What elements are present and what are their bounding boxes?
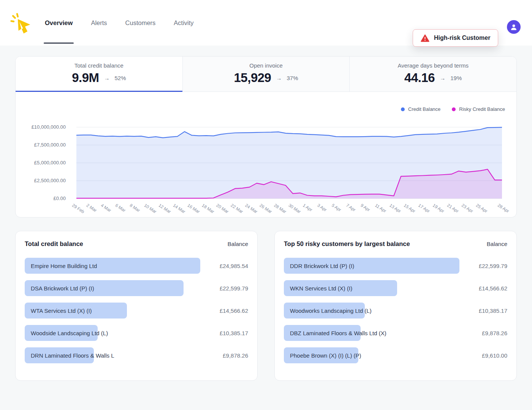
legend-dot-icon (452, 107, 456, 111)
bar-cell: DDR Brickwork Ltd (P) (I) (284, 258, 459, 274)
x-axis-label: 5 Apr (331, 203, 342, 212)
balance-panels: Total credit balance Balance Empire Home… (15, 231, 517, 381)
balance-value: £22,599.79 (466, 263, 507, 269)
svg-text:6 Mar: 6 Mar (114, 203, 126, 213)
x-axis-label: 26 Mar (259, 203, 273, 214)
svg-text:2 Mar: 2 Mar (86, 203, 98, 213)
x-axis-label: 1 Apr (302, 203, 313, 212)
total-credit-balance-panel: Total credit balance Balance Empire Home… (15, 231, 258, 381)
customer-row[interactable]: Woodside Landscaping Ltd (L)£10,385.17 (25, 325, 248, 341)
nav-tab-overview[interactable]: Overview (45, 0, 73, 46)
x-axis-label: 29 Feb (71, 203, 86, 214)
kpi-delta: 19% (450, 75, 462, 81)
kpi-label: Average days beyond terms (397, 62, 469, 69)
kpi-tabs: Total credit balance9.9M→52%Open invoice… (16, 57, 516, 92)
customer-row[interactable]: WTA Services Ltd (X) (I)£14,566.62 (25, 303, 248, 319)
nav-tab-alerts[interactable]: Alerts (91, 0, 107, 46)
svg-text:21 Apr: 21 Apr (446, 203, 460, 213)
balance-value: £22,599.79 (206, 285, 248, 292)
panel-head: Top 50 risky customers by largest balanc… (284, 240, 507, 248)
balance-chart: Credit BalanceRisky Credit Balance £0.00… (16, 92, 516, 217)
svg-text:28 Apr: 28 Apr (497, 203, 510, 213)
svg-text:17 Apr: 17 Apr (418, 203, 431, 213)
kpi-tab-total-credit-balance[interactable]: Total credit balance9.9M→52% (16, 57, 182, 92)
balance-value: £24,985.54 (206, 263, 248, 269)
x-axis-label: 12 Mar (158, 203, 172, 214)
risky-customers-panel: Top 50 risky customers by largest balanc… (274, 231, 517, 381)
trend-arrow-icon: → (104, 75, 110, 81)
svg-text:15 Apr: 15 Apr (403, 203, 416, 213)
panel-head: Total credit balance Balance (25, 240, 248, 248)
svg-text:11 Apr: 11 Apr (374, 203, 387, 213)
x-axis-label: 25 Apr (475, 203, 489, 213)
user-avatar-icon (510, 23, 518, 31)
x-axis-label: 8 Mar (129, 203, 141, 213)
legend-label: Risky Credit Balance (459, 106, 505, 112)
x-axis-label: 4 Mar (100, 203, 112, 213)
svg-text:10 Mar: 10 Mar (143, 203, 157, 214)
user-avatar-button[interactable] (507, 20, 521, 34)
svg-text:28 Mar: 28 Mar (273, 203, 287, 214)
panel-title: Top 50 risky customers by largest balanc… (284, 240, 410, 248)
kpi-tab-open-invoice[interactable]: Open invoice15,929→37% (182, 57, 350, 92)
high-risk-customer-badge[interactable]: High-risk Customer (413, 29, 498, 47)
customer-row[interactable]: Empire Home Building Ltd£24,985.54 (25, 258, 248, 274)
svg-text:14 Mar: 14 Mar (172, 203, 186, 214)
kpi-value: 44.16 (404, 71, 435, 85)
x-axis-label: 30 Mar (288, 203, 302, 214)
nav-tab-activity[interactable]: Activity (174, 0, 193, 46)
x-axis-label: 28 Mar (273, 203, 287, 214)
svg-text:1 Apr: 1 Apr (302, 203, 313, 212)
svg-text:3 Apr: 3 Apr (317, 203, 328, 212)
customer-name: DSA Brickwork Ltd (P) (I) (31, 280, 94, 296)
customer-row[interactable]: DRN Laminated Floors & Walls L£9,878.26 (25, 347, 248, 363)
x-axis-label: 18 Mar (201, 203, 215, 214)
customer-row[interactable]: Woodworks Landscaping Ltd (L)£10,385.17 (284, 303, 507, 319)
x-axis-label: 20 Mar (215, 203, 230, 214)
warning-triangle-icon (421, 34, 429, 42)
legend-dot-icon (401, 107, 405, 111)
kpi-tab-average-days-beyond-terms[interactable]: Average days beyond terms44.16→19% (349, 57, 516, 92)
svg-text:12 Mar: 12 Mar (158, 203, 172, 214)
bar-cell: Woodworks Landscaping Ltd (L) (284, 303, 459, 319)
chart-legend: Credit BalanceRisky Credit Balance (401, 106, 505, 112)
customer-name: DDR Brickwork Ltd (P) (I) (290, 258, 354, 274)
balance-column-header: Balance (487, 241, 507, 247)
svg-text:23 Apr: 23 Apr (461, 203, 474, 213)
customer-row[interactable]: Phoebe Brown (X) (I) (L) (P)£9,610.00 (284, 347, 507, 363)
svg-text:13 Apr: 13 Apr (389, 203, 402, 213)
customer-row[interactable]: DBZ Laminated Floors & Walls Ltd (X)£9,8… (284, 325, 507, 341)
balance-value: £14,566.62 (466, 285, 507, 292)
kpi-label: Open invoice (249, 62, 283, 69)
legend-item-credit-balance[interactable]: Credit Balance (401, 106, 440, 112)
balance-value: £9,878.26 (206, 352, 248, 359)
kpi-value-row: 44.16→19% (404, 71, 462, 85)
x-axis-label: 23 Apr (461, 203, 474, 213)
kpi-delta: 52% (115, 75, 126, 81)
y-axis-label: £0.00 (53, 196, 66, 201)
customer-name: DRN Laminated Floors & Walls L (31, 347, 114, 363)
balance-column-header: Balance (228, 241, 248, 247)
x-axis-label: 9 Apr (360, 203, 371, 212)
customer-row[interactable]: DDR Brickwork Ltd (P) (I)£22,599.79 (284, 258, 507, 274)
nav-tabs: OverviewAlertsCustomersActivity (45, 0, 194, 46)
svg-text:7 Apr: 7 Apr (345, 203, 356, 212)
bar-cell: DRN Laminated Floors & Walls L (25, 347, 200, 363)
kpi-value-row: 9.9M→52% (72, 71, 126, 85)
y-axis-label: £7,500,000.00 (34, 142, 66, 148)
balance-value: £9,878.26 (466, 330, 507, 336)
x-axis-label: 19 Apr (432, 203, 445, 213)
bar-cell: WKN Services Ltd (X) (I) (284, 280, 459, 296)
nav-tab-customers[interactable]: Customers (125, 0, 156, 46)
x-axis-label: 7 Apr (345, 203, 356, 212)
kpi-value: 15,929 (234, 71, 271, 85)
legend-item-risky-credit-balance[interactable]: Risky Credit Balance (452, 106, 505, 112)
customer-row[interactable]: WKN Services Ltd (X) (I)£14,566.62 (284, 280, 507, 296)
customer-row[interactable]: DSA Brickwork Ltd (P) (I)£22,599.79 (25, 280, 248, 296)
x-axis-label: 13 Apr (389, 203, 402, 213)
x-axis-label: 6 Mar (114, 203, 126, 213)
customer-name: Empire Home Building Ltd (31, 258, 97, 274)
credit-overview-card: Total credit balance9.9M→52%Open invoice… (15, 56, 517, 218)
bar-cell: Woodside Landscaping Ltd (L) (25, 325, 200, 341)
x-axis-label: 28 Apr (497, 203, 510, 213)
